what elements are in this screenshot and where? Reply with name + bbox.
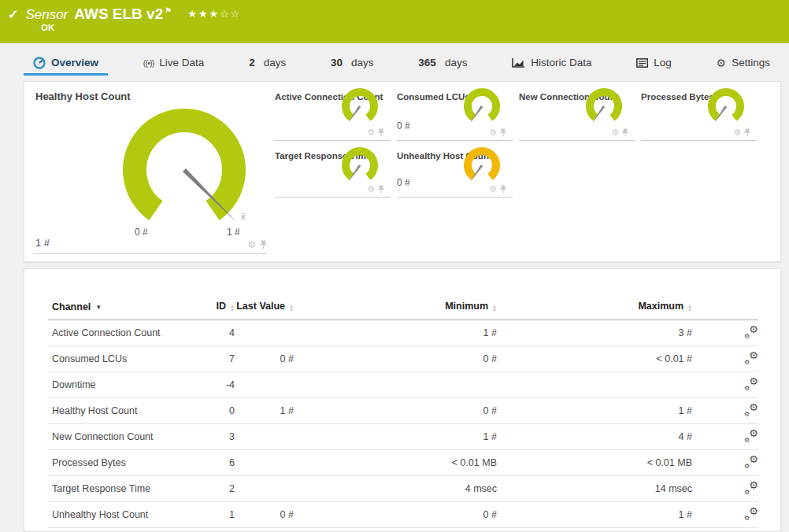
gear-icon[interactable]: ⚙ [489,128,497,137]
tab-overview[interactable]: Overview [24,52,108,76]
sort-icon: ▲▼ [230,305,235,312]
mini-gauge-grid: Active Connection Count ⚙ Consumed LCUs … [275,82,767,198]
column-header-minimum[interactable]: Minimum▲▼ [294,301,497,320]
tab-30-days[interactable]: 30 days [321,52,383,76]
edit-channel-icon[interactable]: ⚙⚙ [744,378,758,390]
gauge-arc [712,92,740,118]
gear-icon[interactable]: ⚙ [247,240,256,249]
gauge-arc [346,151,374,177]
pin-icon[interactable] [500,128,506,137]
gauge-panel-new-connection-count: New Connection Count ⚙ [519,82,635,141]
gear-icon[interactable]: ⚙ [733,128,741,137]
pin-icon[interactable] [378,185,384,194]
channel-id: 4 [194,320,235,346]
gear-icon[interactable]: ⚙ [611,128,619,137]
channel-id: 2 [194,476,235,502]
stars-empty: ☆☆ [220,8,241,20]
edit-channel-icon[interactable]: ⚙⚙ [744,482,758,494]
channel-name[interactable]: Healthy Host Count [48,398,194,424]
gauge-current-value: 0 # [397,120,410,131]
edit-channel-icon[interactable]: ⚙⚙ [744,430,758,442]
sort-icon: ▲▼ [687,305,692,312]
gear-icon[interactable]: ⚙ [489,185,497,194]
gauge-arc [590,92,618,118]
sort-active-icon: ▼ [95,304,102,311]
channel-table-panel: Channel▼ ID▲▼ Last Value▲▼ Minimum▲▼ Max… [24,268,781,532]
gauge-panel-healthy-host-count: Healthy Host Count 0 # 1 # x̄ 1 # ⚙ [34,82,267,254]
status-badge: OK [41,23,54,32]
pin-icon[interactable] [622,128,628,137]
pin-icon[interactable] [744,128,750,137]
column-header-last-value[interactable]: Last Value▲▼ [235,301,294,320]
channel-maximum: 4 # [497,424,692,450]
channel-maximum: < 0.01 # [497,346,692,372]
tab-label: Settings [732,57,770,68]
channel-id: 6 [194,450,235,476]
tab-historic-data[interactable]: Historic Data [502,52,601,76]
historic-chart-icon [512,57,525,68]
stars-filled: ★★★ [187,8,220,20]
gauge-current-value: 0 # [397,177,410,188]
channel-name[interactable]: New Connection Count [48,424,194,450]
channel-last-value: 0 # [235,346,294,372]
pin-icon[interactable] [260,240,267,249]
gauge-panel-unhealthy-host-count: Unhealthy Host Count 0 # ⚙ [397,141,513,198]
channel-last-value [235,450,294,476]
table-row: Target Response Time 2 4 msec 14 msec ⚙⚙ [48,476,758,502]
tab-log[interactable]: Log [627,52,681,76]
tab-live-data[interactable]: ((•)) Live Data [134,52,214,76]
channel-name[interactable]: Active Connection Count [48,320,194,346]
tab-label: days [445,57,468,68]
edit-channel-icon[interactable]: ⚙⚙ [744,326,758,338]
gear-icon[interactable]: ⚙ [367,128,375,137]
edit-channel-icon[interactable]: ⚙⚙ [744,456,758,468]
column-header-channel[interactable]: Channel▼ [48,301,194,320]
gauge-dial [339,87,381,127]
edit-channel-icon[interactable]: ⚙⚙ [744,508,758,520]
table-row: Healthy Host Count 0 1 # 0 # 1 # ⚙⚙ [48,398,758,424]
gauge-average-marker: x̄ [241,212,246,221]
gauge-dial [106,99,263,233]
pin-icon[interactable] [378,128,384,137]
channel-maximum: 1 # [497,502,692,528]
column-header-id[interactable]: ID▲▼ [194,301,235,320]
channel-minimum: 0 # [294,398,497,424]
tab-settings[interactable]: ⚙ Settings [707,52,780,76]
channel-id: 1 [194,502,235,528]
tab-365-days[interactable]: 365 days [409,52,476,76]
tab-label: Log [654,57,672,68]
priority-stars[interactable]: ★★★☆☆ [187,8,241,20]
gauge-panel-processed-bytes: Processed Bytes ⚙ [641,82,757,141]
gear-icon[interactable]: ⚙ [367,185,375,194]
channel-last-value [235,476,294,502]
channel-name[interactable]: Unhealthy Host Count [48,502,194,528]
channel-maximum: 1 # [497,398,692,424]
channel-minimum: 0 # [294,502,497,528]
channel-id: 7 [194,346,235,372]
gauge-dial [339,146,381,186]
flag-icon[interactable]: ⚑ [165,6,172,15]
gauge-title: Consumed LCUs [397,92,470,102]
column-header-maximum[interactable]: Maximum▲▼ [497,301,692,320]
channel-last-value [235,320,294,346]
channel-name[interactable]: Target Response Time [48,476,194,502]
channel-name[interactable]: Consumed LCUs [48,346,194,372]
channel-minimum: < 0.01 MB [294,450,497,476]
channel-last-value [235,424,294,450]
table-row: Processed Bytes 6 < 0.01 MB < 0.01 MB ⚙⚙ [48,450,758,476]
channel-name[interactable]: Downtime [48,372,194,398]
table-row: Downtime -4 ⚙⚙ [48,372,758,398]
table-row: Consumed LCUs 7 0 # 0 # < 0.01 # ⚙⚙ [48,346,758,372]
channel-maximum: 3 # [497,320,692,346]
pin-icon[interactable] [500,185,506,194]
tab-number: 30 [331,57,343,68]
channel-last-value [235,372,294,398]
gauge-current-value: 1 # [35,237,50,249]
channel-maximum: < 0.01 MB [497,450,692,476]
channel-table: Channel▼ ID▲▼ Last Value▲▼ Minimum▲▼ Max… [48,301,758,528]
channel-minimum [294,372,497,398]
tab-2-days[interactable]: 2 days [239,52,295,76]
edit-channel-icon[interactable]: ⚙⚙ [744,404,758,416]
edit-channel-icon[interactable]: ⚙⚙ [744,352,758,364]
channel-name[interactable]: Processed Bytes [48,450,194,476]
